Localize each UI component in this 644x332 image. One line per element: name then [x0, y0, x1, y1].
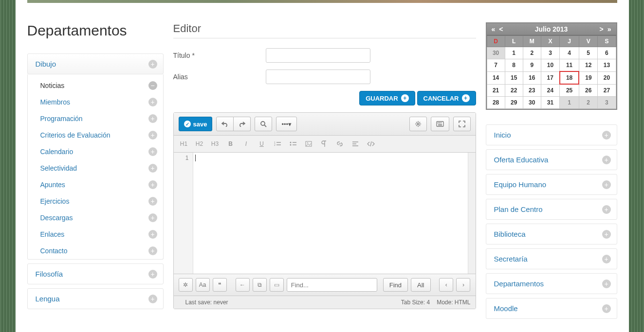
- guardar-button[interactable]: GUARDAR +: [359, 91, 415, 105]
- selection-toggle[interactable]: ▭: [270, 278, 284, 292]
- sidebar-item-contacto[interactable]: Contacto+: [28, 243, 163, 259]
- sidebar-section-dibujo[interactable]: Dibujo +: [27, 53, 164, 74]
- cal-day[interactable]: 12: [579, 59, 597, 72]
- cal-day[interactable]: 21: [487, 84, 505, 97]
- find-input[interactable]: [287, 278, 377, 292]
- cal-day[interactable]: 4: [560, 47, 579, 59]
- sidebar-section-lengua[interactable]: Lengua+: [27, 288, 164, 309]
- cal-day[interactable]: 2: [579, 97, 597, 109]
- cal-day[interactable]: 31: [541, 97, 559, 109]
- para-button[interactable]: [319, 139, 330, 149]
- format-i-button[interactable]: I: [241, 139, 252, 149]
- title-input[interactable]: [266, 48, 370, 63]
- cal-day[interactable]: 1: [505, 47, 523, 59]
- case-toggle[interactable]: Aa: [196, 278, 210, 292]
- format-h2-button[interactable]: H2: [194, 139, 205, 149]
- align-button[interactable]: [350, 139, 361, 149]
- find-button[interactable]: Find: [383, 278, 408, 292]
- rnav-item-secretaría[interactable]: Secretaría+: [486, 248, 617, 269]
- format-b-button[interactable]: B: [225, 139, 236, 149]
- rnav-item-departamentos[interactable]: Departamentos+: [486, 273, 617, 294]
- cal-day[interactable]: 22: [505, 84, 523, 97]
- undo-button[interactable]: [216, 117, 234, 131]
- plus-icon: +: [602, 304, 611, 313]
- scrollbar-vertical[interactable]: [468, 153, 476, 274]
- redo-button[interactable]: [234, 117, 251, 131]
- cal-next-button[interactable]: >: [598, 25, 606, 33]
- cal-day[interactable]: 26: [579, 84, 597, 97]
- sidebar-item-ejercicios[interactable]: Ejercicios+: [28, 193, 163, 210]
- cal-day[interactable]: 19: [579, 71, 597, 84]
- cal-day[interactable]: 13: [598, 59, 616, 72]
- save-button[interactable]: ✓save: [179, 117, 213, 131]
- cal-day[interactable]: 2: [523, 47, 541, 59]
- cal-day[interactable]: 14: [487, 71, 505, 84]
- find-all-button[interactable]: All: [411, 278, 430, 292]
- rnav-item-oferta-educativa[interactable]: Oferta Educativa+: [486, 149, 617, 170]
- sidebar-item-programación[interactable]: Programación+: [28, 110, 163, 127]
- cal-day[interactable]: 10: [541, 59, 559, 72]
- cal-day[interactable]: 25: [560, 84, 579, 97]
- sidebar-item-criterios-de-evaluación[interactable]: Criterios de Evaluación+: [28, 127, 163, 143]
- cal-day[interactable]: 1: [560, 97, 579, 109]
- regex-toggle[interactable]: ✲: [179, 278, 193, 292]
- sidebar-item-apuntes[interactable]: Apuntes+: [28, 176, 163, 193]
- prev-match-button[interactable]: ←: [236, 278, 250, 292]
- cal-day[interactable]: 8: [505, 59, 523, 72]
- cal-day[interactable]: 11: [560, 59, 579, 72]
- cal-day[interactable]: 20: [598, 71, 616, 84]
- quote-toggle[interactable]: ❝: [213, 278, 227, 292]
- alias-input[interactable]: [266, 70, 370, 84]
- cal-day[interactable]: 9: [523, 59, 541, 72]
- cal-day[interactable]: 29: [505, 97, 523, 109]
- cal-day[interactable]: 24: [541, 84, 559, 97]
- cal-day[interactable]: 27: [598, 84, 616, 97]
- cal-day[interactable]: 30: [487, 47, 505, 59]
- cal-day[interactable]: 18: [560, 71, 579, 84]
- cal-last-button[interactable]: »: [606, 25, 613, 33]
- find-prev-button[interactable]: ‹: [439, 278, 453, 292]
- sidebar-item-calendario[interactable]: Calendario+: [28, 143, 163, 160]
- sidebar-section-filosofía[interactable]: Filosofía+: [27, 263, 164, 284]
- cal-day[interactable]: 23: [523, 84, 541, 97]
- cal-day[interactable]: 6: [598, 47, 616, 59]
- settings-button[interactable]: [409, 117, 427, 131]
- search-button[interactable]: [255, 117, 272, 131]
- sidebar-item-enlaces[interactable]: Enlaces+: [28, 226, 163, 243]
- cal-prev-button[interactable]: <: [497, 25, 505, 33]
- format-u-button[interactable]: U: [257, 139, 267, 149]
- cal-day[interactable]: 16: [523, 71, 541, 84]
- cal-day[interactable]: 30: [523, 97, 541, 109]
- ol-button[interactable]: 12: [272, 139, 283, 149]
- format-h1-button[interactable]: H1: [179, 139, 189, 149]
- sidebar-item-miembros[interactable]: Miembros+: [28, 94, 163, 110]
- rnav-item-moodle[interactable]: Moodle+: [486, 298, 617, 319]
- fullscreen-button[interactable]: [453, 117, 471, 131]
- rnav-item-biblioteca[interactable]: Biblioteca+: [486, 224, 617, 245]
- sidebar-item-selectividad[interactable]: Selectividad+: [28, 160, 163, 176]
- link-button[interactable]: [334, 139, 345, 149]
- code-textarea[interactable]: [193, 153, 468, 274]
- more-button[interactable]: ••• ▾: [276, 117, 297, 131]
- sidebar-item-noticias[interactable]: Noticias−: [28, 77, 163, 94]
- img-button[interactable]: [303, 139, 314, 149]
- cal-first-button[interactable]: «: [490, 25, 497, 33]
- sidebar-item-descargas[interactable]: Descargas+: [28, 210, 163, 226]
- cal-day[interactable]: 3: [598, 97, 616, 109]
- cal-day[interactable]: 17: [541, 71, 559, 84]
- cal-day[interactable]: 28: [487, 97, 505, 109]
- cal-day[interactable]: 3: [541, 47, 559, 59]
- format-h3-button[interactable]: H3: [210, 139, 221, 149]
- cancelar-button[interactable]: CANCELAR +: [417, 91, 476, 105]
- cal-day[interactable]: 15: [505, 71, 523, 84]
- ul-button[interactable]: [288, 139, 298, 149]
- find-next-button[interactable]: ›: [456, 278, 470, 292]
- code-button[interactable]: [366, 139, 376, 149]
- cal-day[interactable]: 5: [579, 47, 597, 59]
- rnav-item-equipo-humano[interactable]: Equipo Humano+: [486, 174, 617, 195]
- rnav-item-plan-de-centro[interactable]: Plan de Centro+: [486, 199, 617, 220]
- cal-day[interactable]: 7: [487, 59, 505, 72]
- link-toggle[interactable]: ⧉: [253, 278, 267, 292]
- rnav-item-inicio[interactable]: Inicio+: [486, 124, 617, 145]
- keyboard-button[interactable]: [431, 117, 449, 131]
